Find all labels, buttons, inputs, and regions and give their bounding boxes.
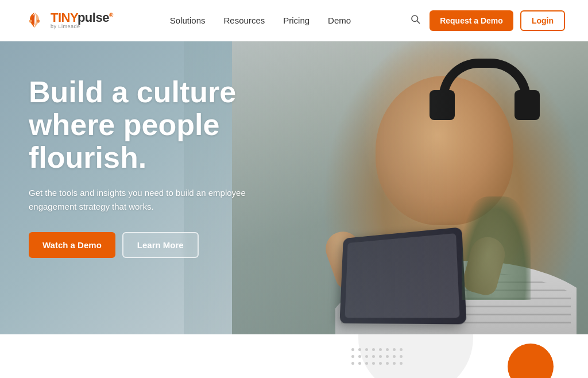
hero-content: Build a culture where people flourish. G…	[29, 76, 327, 258]
search-button[interactable]	[408, 11, 423, 29]
svg-line-1	[417, 21, 420, 23]
nav-item-demo[interactable]: Demo	[328, 16, 351, 26]
dot	[386, 355, 389, 358]
bottom-section	[0, 334, 588, 378]
dot	[365, 348, 368, 351]
nav-link-pricing[interactable]: Pricing	[283, 16, 310, 25]
dot	[365, 362, 368, 365]
nav-link-solutions[interactable]: Solutions	[170, 16, 206, 25]
search-icon	[410, 14, 420, 24]
hero-buttons: Watch a Demo Learn More	[29, 232, 327, 258]
watch-demo-button[interactable]: Watch a Demo	[29, 232, 115, 258]
hero-section: Build a culture where people flourish. G…	[0, 41, 588, 334]
dot	[351, 348, 354, 351]
brand-tagline: by Limeade	[51, 24, 113, 29]
nav-item-solutions[interactable]: Solutions	[170, 16, 206, 26]
brand-name: TINYpulse®	[51, 11, 113, 24]
dot	[351, 355, 354, 358]
dot	[393, 355, 396, 358]
dot	[379, 348, 382, 351]
dot	[379, 362, 382, 365]
dot	[365, 355, 368, 358]
dot	[400, 355, 403, 358]
navbar: TINYpulse® by Limeade Solutions Resource…	[0, 0, 588, 41]
dot	[372, 348, 375, 351]
bottom-orange-circle	[508, 344, 554, 378]
dot	[358, 348, 361, 351]
dot	[393, 348, 396, 351]
logo-icon	[23, 9, 46, 32]
dot	[386, 362, 389, 365]
logo-text: TINYpulse® by Limeade	[51, 11, 113, 29]
nav-links: Solutions Resources Pricing Demo	[170, 16, 351, 26]
dot	[386, 348, 389, 351]
dot	[372, 362, 375, 365]
dot	[358, 355, 361, 358]
nav-link-resources[interactable]: Resources	[224, 16, 265, 25]
login-button[interactable]: Login	[520, 10, 565, 31]
dot	[400, 362, 403, 365]
hero-subtext: Get the tools and insights you need to b…	[29, 186, 270, 214]
nav-right: Request a Demo Login	[408, 10, 565, 31]
logo[interactable]: TINYpulse® by Limeade	[23, 9, 113, 32]
learn-more-button[interactable]: Learn More	[122, 232, 199, 258]
dot	[372, 355, 375, 358]
hero-headline: Build a culture where people flourish.	[29, 76, 327, 175]
bottom-dots-pattern	[351, 348, 404, 367]
request-demo-button[interactable]: Request a Demo	[430, 10, 513, 31]
dot	[379, 355, 382, 358]
dot	[351, 362, 354, 365]
dot	[393, 362, 396, 365]
nav-link-demo[interactable]: Demo	[328, 16, 351, 25]
nav-item-resources[interactable]: Resources	[224, 16, 265, 26]
dot	[358, 362, 361, 365]
dot	[400, 348, 403, 351]
nav-item-pricing[interactable]: Pricing	[283, 16, 310, 26]
